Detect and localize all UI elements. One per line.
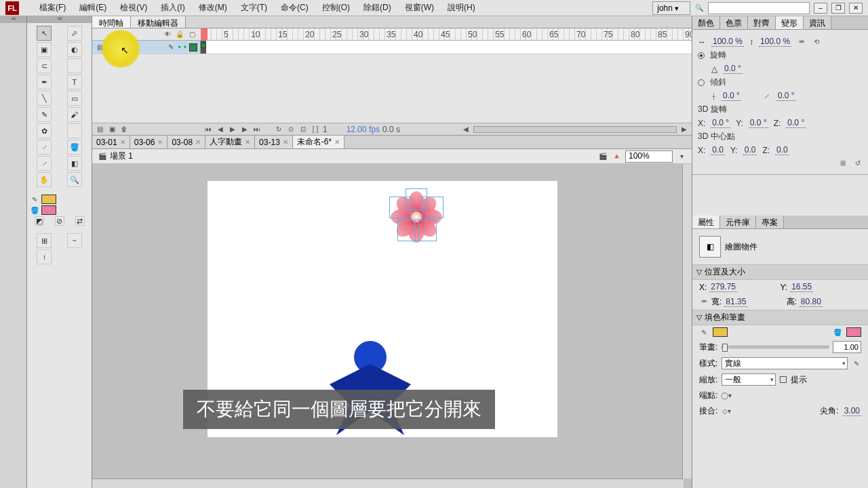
menu-item[interactable]: 插入(I) <box>154 2 191 14</box>
constrain-icon[interactable]: ⚮ <box>797 37 806 47</box>
eraser-tool[interactable]: ◧ <box>67 156 82 171</box>
doc-tab[interactable]: 人字動畫✕ <box>205 136 255 148</box>
goto-last-button[interactable]: ⏭ <box>252 125 262 134</box>
prop-fill-swatch[interactable] <box>846 327 861 337</box>
prop-stroke-swatch[interactable] <box>713 327 728 337</box>
close-button[interactable]: ✕ <box>849 3 863 14</box>
prop-w[interactable]: 81.35 <box>724 297 747 307</box>
menu-item[interactable]: 檢視(V) <box>113 2 154 14</box>
3d-rot-x[interactable]: 0.0 ° <box>711 118 730 128</box>
frames-track[interactable] <box>201 41 692 54</box>
cap-dropdown[interactable]: ◯▾ <box>722 391 731 401</box>
smooth-tool[interactable]: ~ <box>67 233 82 248</box>
menu-item[interactable]: 文字(T) <box>234 2 274 14</box>
horizontal-scrollbar[interactable] <box>92 479 684 488</box>
search-input[interactable] <box>708 2 810 14</box>
style-dropdown[interactable]: 實線 <box>722 357 848 369</box>
stage-area[interactable] <box>92 164 692 488</box>
step-fwd-button[interactable]: ▶ <box>240 125 250 134</box>
close-tab-icon[interactable]: ✕ <box>283 138 288 146</box>
playhead[interactable] <box>201 28 208 40</box>
menu-item[interactable]: 檔案(F) <box>33 2 73 14</box>
panel-tab[interactable]: 顏色 <box>692 16 720 29</box>
doc-tab[interactable]: 03-06✕ <box>130 136 168 148</box>
flower-drawing-object[interactable] <box>391 191 442 243</box>
menu-item[interactable]: 除錯(D) <box>357 2 398 14</box>
width-percent[interactable]: 100.0 % <box>711 37 744 47</box>
collapse-handle[interactable]: ≪ <box>0 16 26 23</box>
doc-tab[interactable]: 未命名-6*✕ <box>293 136 344 148</box>
rotate-radio[interactable] <box>698 52 705 59</box>
lasso-tool[interactable]: ⊂ <box>37 58 52 73</box>
zoom-input[interactable]: 100% <box>625 150 673 163</box>
position-size-header[interactable]: ▽ 位置及大小 <box>692 264 868 280</box>
delete-layer-button[interactable]: 🗑 <box>119 125 129 134</box>
panel-tab[interactable]: 對齊 <box>748 16 776 29</box>
snap-tool[interactable]: ⊞ <box>37 233 52 248</box>
doc-tab[interactable]: 03-01✕ <box>92 136 130 148</box>
straighten-tool[interactable]: ⟮ <box>37 249 52 264</box>
3d-rotation-tool[interactable]: ◐ <box>67 42 82 57</box>
menu-item[interactable]: 編輯(E) <box>73 2 113 14</box>
layer-row-1[interactable]: ↖ ▤ 圖層 1 ✎ •• <box>92 41 201 54</box>
join-dropdown[interactable]: ◇▾ <box>722 407 731 416</box>
bone-tool[interactable]: ⟋ <box>37 140 52 155</box>
deco-tool[interactable]: ✿ <box>37 123 52 138</box>
height-percent[interactable]: 100.0 % <box>759 37 791 47</box>
onion-range-button[interactable]: [ ] <box>311 125 320 134</box>
3d-cz[interactable]: 0.0 <box>775 145 789 155</box>
close-tab-icon[interactable]: ✕ <box>245 138 250 146</box>
play-button[interactable]: ▶ <box>228 125 237 134</box>
eyedropper-tool[interactable]: ⟋ <box>37 156 52 171</box>
hand-tool[interactable]: ✋ <box>37 172 52 187</box>
panel-tab[interactable]: 專案 <box>756 216 784 228</box>
outline-icon[interactable]: ▢ <box>187 30 197 39</box>
tab-motion-editor[interactable]: 移動編輯器 <box>131 16 186 28</box>
panel-tab[interactable]: 元件庫 <box>720 216 756 228</box>
brush-tool[interactable]: 🖌 <box>67 107 82 122</box>
prop-h[interactable]: 80.80 <box>800 297 823 307</box>
tools-collapse[interactable]: ≪ <box>27 16 92 23</box>
menu-item[interactable]: 命令(C) <box>274 2 315 14</box>
close-tab-icon[interactable]: ✕ <box>157 138 163 146</box>
menu-item[interactable]: 修改(M) <box>192 2 234 14</box>
fill-color-swatch[interactable] <box>41 205 56 215</box>
hint-checkbox[interactable] <box>780 376 787 383</box>
minimize-button[interactable]: – <box>814 3 827 14</box>
lock-aspect-icon[interactable]: ⚮ <box>699 296 709 306</box>
3d-rot-y[interactable]: 0.0 ° <box>749 118 768 128</box>
layer-pencil-icon[interactable]: ✎ <box>166 43 176 52</box>
black-white-button[interactable]: ◩ <box>35 216 44 226</box>
edit-style-button[interactable]: ✎ <box>852 359 861 368</box>
prop-y[interactable]: 16.55 <box>790 282 813 292</box>
reset-icon[interactable]: ⟲ <box>812 37 821 47</box>
goto-first-button[interactable]: ⏮ <box>203 125 213 134</box>
3d-cx[interactable]: 0.0 <box>711 145 725 155</box>
user-dropdown[interactable]: john ▾ <box>652 1 690 15</box>
fill-stroke-header[interactable]: ▽ 填色和筆畫 <box>692 310 868 325</box>
menu-item[interactable]: 視窗(W) <box>398 2 441 14</box>
skew-v[interactable]: 0.0 ° <box>776 91 796 101</box>
doc-tab[interactable]: 03-13✕ <box>255 136 293 148</box>
panel-tab[interactable]: 屬性 <box>692 216 720 228</box>
onion-edit-button[interactable]: ⊡ <box>298 125 308 134</box>
pen-tool[interactable]: ✒ <box>37 75 52 89</box>
line-tool[interactable]: ╲ <box>37 91 52 106</box>
no-color-button[interactable]: ⊘ <box>55 216 64 226</box>
paint-bucket-tool[interactable]: 🪣 <box>67 140 82 155</box>
swap-colors-button[interactable]: ⇄ <box>75 216 85 226</box>
tab-timeline[interactable]: 時間軸 <box>92 16 131 28</box>
close-tab-icon[interactable]: ✕ <box>120 138 125 146</box>
stroke-color-swatch[interactable] <box>41 195 56 204</box>
skew-radio[interactable] <box>698 79 705 86</box>
selection-tool[interactable]: ↖ <box>37 26 52 41</box>
visibility-icon[interactable]: 👁 <box>163 30 172 39</box>
collapsed-sidebar[interactable]: ≪ <box>0 16 27 488</box>
zoom-tool[interactable]: 🔍 <box>67 172 82 187</box>
lock-icon[interactable]: 🔒 <box>175 30 184 39</box>
stroke-value-input[interactable] <box>833 341 861 353</box>
menu-item[interactable]: 控制(O) <box>315 2 357 14</box>
panel-tab[interactable]: 色票 <box>720 16 748 29</box>
text-tool[interactable]: T <box>67 75 82 89</box>
onion-skin-button[interactable]: ⊙ <box>286 125 296 134</box>
